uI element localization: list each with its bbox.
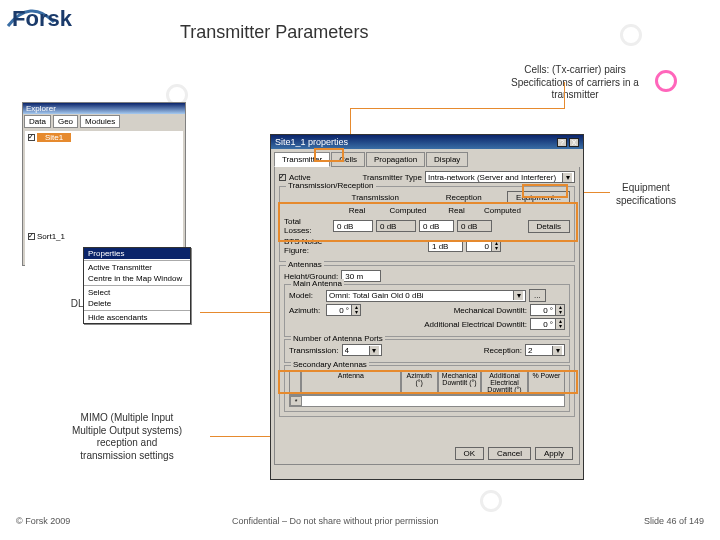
callout-cells: Cells: (Tx-carrier) pairs Specifications… xyxy=(480,64,670,102)
tab-transmitter[interactable]: Transmitter xyxy=(274,152,330,167)
azimuth-field[interactable]: 0 °▴▾ xyxy=(326,304,361,316)
apply-button[interactable]: Apply xyxy=(535,447,573,460)
explorer-item-site1[interactable]: Site1 xyxy=(37,133,71,142)
sec-col-power: % Power xyxy=(528,370,565,395)
explorer-tab-modules[interactable]: Modules xyxy=(80,115,120,128)
nf-comp-spin[interactable]: 0▴▾ xyxy=(466,240,501,252)
footer-slide-number: Slide 46 of 149 xyxy=(644,516,704,526)
callout-mimo: MIMO (Multiple Input Multiple Output sys… xyxy=(42,412,212,462)
footer-confidential: Confidential – Do not share without prio… xyxy=(232,516,439,526)
active-checkbox[interactable] xyxy=(279,174,286,181)
sec-col-antenna: Antenna xyxy=(301,370,401,395)
azimuth-label: Azimuth: xyxy=(289,306,323,315)
context-properties[interactable]: Properties xyxy=(84,248,190,259)
explorer-title: Explorer xyxy=(23,103,185,114)
tab-cells[interactable]: Cells xyxy=(331,152,365,167)
context-hide[interactable]: Hide ascendants xyxy=(84,312,190,323)
sec-col-azimuth: Azimuth (°) xyxy=(401,370,438,395)
ok-button[interactable]: OK xyxy=(455,447,485,460)
explorer-window: Explorer Data Geo Modules Site1 Sort1_1 … xyxy=(22,102,186,266)
page-title: Transmitter Parameters xyxy=(180,22,368,43)
col-transmission: Transmission xyxy=(330,193,420,202)
ports-tx-label: Transmission: xyxy=(289,346,339,355)
subcol-tx-comp: Computed xyxy=(384,206,432,215)
brand-logo: Forsk xyxy=(12,6,72,32)
explorer-item-last[interactable]: Sort1_1 xyxy=(37,232,65,241)
cancel-button[interactable]: Cancel xyxy=(488,447,531,460)
sec-col-mdt: Mechanical Downtilt (°) xyxy=(438,370,481,395)
equipment-button[interactable]: Equipment... xyxy=(507,191,570,204)
context-centre[interactable]: Centre in the Map Window xyxy=(84,273,190,284)
ports-rx-dropdown[interactable]: 2▾ xyxy=(525,344,565,356)
context-delete[interactable]: Delete xyxy=(84,298,190,309)
tx-type-dropdown[interactable]: Intra-network (Server and Interferer)▾ xyxy=(425,171,575,183)
tl-tx-comp-field: 0 dB xyxy=(376,220,416,232)
ports-rx-label: Reception: xyxy=(484,346,522,355)
total-losses-label: Total Losses: xyxy=(284,217,330,235)
callout-equipment: Equipment specifications xyxy=(586,182,706,207)
group-secondary-antennas: Secondary Antennas xyxy=(291,360,369,369)
close-button[interactable]: X xyxy=(569,138,579,147)
subcol-rx-real: Real xyxy=(435,206,478,215)
explorer-tab-data[interactable]: Data xyxy=(24,115,51,128)
model-dropdown[interactable]: Omni: Total Gain Old 0 dBi▾ xyxy=(326,290,526,302)
sec-row-marker: * xyxy=(290,396,302,406)
group-antennas: Antennas xyxy=(286,260,324,269)
group-main-antenna: Main Antenna xyxy=(291,279,344,288)
details-button[interactable]: Details xyxy=(528,220,570,233)
aed-label: Additional Electrical Downtilt: xyxy=(424,320,527,329)
footer-copyright: © Forsk 2009 xyxy=(16,516,70,526)
dialog-title: Site1_1 properties xyxy=(275,137,348,147)
nf-real-field[interactable]: 1 dB xyxy=(428,240,463,252)
tl-rx-comp-field: 0 dB xyxy=(457,220,492,232)
model-browse-button[interactable]: ... xyxy=(529,289,546,302)
tl-tx-real-field[interactable]: 0 dB xyxy=(333,220,373,232)
sec-col-aed: Additional Electrical Downtilt (°) xyxy=(481,370,528,395)
mdt-field[interactable]: 0 °▴▾ xyxy=(530,304,565,316)
context-active-tx[interactable]: Active Transmitter xyxy=(84,262,190,273)
aed-field[interactable]: 0 °▴▾ xyxy=(530,318,565,330)
subcol-rx-comp: Computed xyxy=(481,206,524,215)
context-menu: Properties Active Transmitter Centre in … xyxy=(83,247,191,324)
group-transmission-reception: Transmission/Reception xyxy=(286,181,376,190)
noise-figure-label: BTS Noise Figure: xyxy=(284,237,344,255)
help-button[interactable]: ? xyxy=(557,138,567,147)
group-antenna-ports: Number of Antenna Ports xyxy=(291,334,385,343)
height-field[interactable]: 30 m xyxy=(341,270,381,282)
tl-rx-real-field[interactable]: 0 dB xyxy=(419,220,454,232)
context-select[interactable]: Select xyxy=(84,287,190,298)
tab-display[interactable]: Display xyxy=(426,152,468,167)
explorer-tab-geo[interactable]: Geo xyxy=(53,115,78,128)
tab-propagation[interactable]: Propagation xyxy=(366,152,425,167)
properties-dialog: Site1_1 properties ? X Transmitter Cells… xyxy=(270,134,584,480)
subcol-tx-real: Real xyxy=(333,206,381,215)
mdt-label: Mechanical Downtilt: xyxy=(454,306,527,315)
model-label: Model: xyxy=(289,291,323,300)
col-reception: Reception xyxy=(423,193,504,202)
ports-tx-dropdown[interactable]: 4▾ xyxy=(342,344,382,356)
